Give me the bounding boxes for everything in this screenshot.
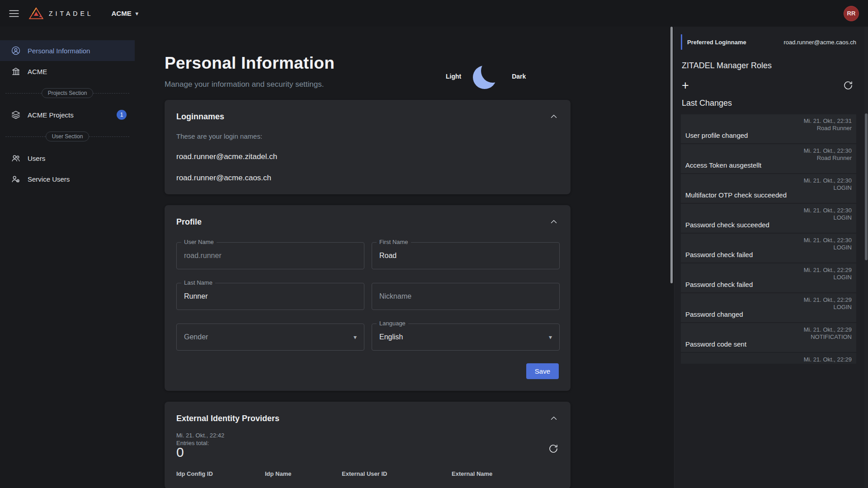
user-section-pill: User Section	[46, 131, 90, 141]
change-title: Password check succeeded	[685, 221, 769, 229]
user-avatar[interactable]: RR	[844, 6, 859, 21]
gender-select[interactable]: Gender ▾	[176, 324, 364, 351]
external-idps-title: External Identity Providers	[176, 414, 279, 423]
username-field-wrapper: User Name	[176, 242, 364, 269]
change-date: Mi. 21. Okt., 22:31	[804, 117, 852, 125]
sidebar-item-service-users[interactable]: Service Users	[0, 169, 135, 189]
top-bar: ZITADEL ACME ▾ RR	[0, 0, 868, 27]
change-actor: NOTIFICATION	[804, 333, 852, 341]
sidebar-item-label: ACME Projects	[28, 111, 74, 119]
change-date: Mi. 21. Okt., 22:29	[804, 267, 852, 274]
moon-icon[interactable]	[472, 62, 501, 91]
change-list-item[interactable]: Mi. 21. Okt., 22:29	[681, 353, 856, 364]
detail-panel: Preferred Loginname road.runner@acme.cao…	[674, 27, 868, 488]
theme-light-label: Light	[446, 73, 461, 80]
change-list-item[interactable]: Mi. 21. Okt., 22:31Road Runner User prof…	[681, 114, 856, 143]
nickname-input[interactable]	[379, 292, 552, 300]
change-actor: Road Runner	[804, 155, 852, 162]
change-list-item[interactable]: Mi. 21. Okt., 22:29LOGIN Password change…	[681, 293, 856, 322]
sidebar-item-label: Service Users	[28, 175, 70, 183]
brand-text: ZITADEL	[49, 10, 94, 17]
sidebar-item-personal-information[interactable]: Personal Information	[0, 40, 135, 61]
org-switcher[interactable]: ACME ▾	[112, 9, 138, 17]
zitadel-triangle-icon	[28, 6, 44, 21]
org-name: ACME	[112, 9, 132, 17]
idp-timestamp: Mi. 21. Okt., 22:42	[176, 432, 559, 439]
profile-title: Profile	[176, 217, 202, 227]
projects-count-badge: 1	[117, 110, 127, 120]
change-actor: LOGIN	[804, 274, 852, 281]
idp-column-header: External User ID	[342, 470, 452, 477]
language-select[interactable]: Language English ▾	[372, 324, 560, 351]
change-list-item[interactable]: Mi. 21. Okt., 22:30Road Runner Access To…	[681, 144, 856, 173]
change-title: Password check failed	[685, 251, 753, 258]
preferred-loginname-value: road.runner@acme.caos.ch	[783, 39, 856, 46]
manager-roles-title: ZITADEL Manager Roles	[681, 61, 856, 70]
change-actor: LOGIN	[804, 244, 852, 251]
nickname-field-wrapper	[372, 283, 560, 310]
add-role-button[interactable]: +	[682, 80, 689, 91]
collapse-chevron-up-icon[interactable]	[549, 413, 559, 423]
last-changes-title: Last Changes	[681, 99, 856, 108]
change-title: Password code sent	[685, 340, 746, 348]
idp-entries-count: 0	[176, 448, 559, 456]
change-list-item[interactable]: Mi. 21. Okt., 22:30LOGIN Password check …	[681, 204, 856, 233]
firstname-input[interactable]	[379, 252, 552, 260]
change-actor: LOGIN	[804, 214, 852, 221]
hamburger-menu-icon[interactable]	[8, 8, 20, 19]
profile-card: Profile User Name First Name Last Name	[165, 205, 571, 391]
chevron-down-icon: ▾	[136, 10, 138, 17]
username-input[interactable]	[184, 252, 357, 260]
change-list-item[interactable]: Mi. 21. Okt., 22:29NOTIFICATION Password…	[681, 323, 856, 352]
language-label: Language	[377, 320, 408, 327]
change-title: Password changed	[685, 310, 743, 318]
loginnames-title: Loginnames	[176, 112, 224, 122]
layers-icon	[11, 110, 21, 120]
change-list-item[interactable]: Mi. 21. Okt., 22:29LOGIN Password check …	[681, 263, 856, 292]
chevron-down-icon: ▾	[549, 333, 552, 341]
change-title: User profile changed	[685, 131, 748, 139]
main-scrollbar[interactable]	[670, 27, 673, 283]
idp-column-header: Idp Name	[265, 470, 342, 477]
zitadel-logo: ZITADEL	[28, 6, 94, 21]
loginnames-card: Loginnames These are your login names: r…	[165, 100, 571, 194]
idp-column-header: External Name	[452, 470, 559, 477]
lastname-field-wrapper: Last Name	[176, 283, 364, 310]
idp-column-header: Idp Config ID	[176, 470, 265, 477]
firstname-label: First Name	[377, 239, 411, 245]
language-select-value: English	[379, 333, 549, 341]
gender-select-value: Gender	[184, 333, 354, 341]
change-list-item[interactable]: Mi. 21. Okt., 22:30LOGIN Password check …	[681, 234, 856, 263]
page-layout: Personal Information ACME Projects Secti…	[0, 27, 868, 488]
change-date: Mi. 21. Okt., 22:30	[804, 177, 852, 184]
change-date: Mi. 21. Okt., 22:29	[804, 326, 852, 333]
collapse-chevron-up-icon[interactable]	[549, 112, 559, 122]
chevron-down-icon: ▾	[354, 333, 357, 341]
sidebar-item-org[interactable]: ACME	[0, 61, 135, 82]
organization-building-icon	[11, 66, 21, 76]
change-list-item[interactable]: Mi. 21. Okt., 22:30LOGIN Multifactor OTP…	[681, 174, 856, 203]
person-circle-icon	[11, 46, 21, 56]
preferred-loginname-label: Preferred Loginname	[687, 39, 746, 46]
change-title: Password check failed	[685, 281, 753, 288]
main-content: Personal Information Manage your informa…	[135, 27, 674, 488]
refresh-icon[interactable]	[548, 443, 559, 454]
change-date: Mi. 21. Okt., 22:30	[804, 237, 852, 244]
change-date: Mi. 21. Okt., 22:29	[804, 296, 852, 304]
loginnames-description: These are your login names:	[176, 132, 559, 140]
username-label: User Name	[181, 239, 217, 245]
lastname-input[interactable]	[184, 292, 357, 300]
change-actor: LOGIN	[804, 184, 852, 192]
sidebar-item-users[interactable]: Users	[0, 148, 135, 169]
change-date: Mi. 21. Okt., 22:30	[804, 207, 852, 214]
change-title: Multifactor OTP check succeeded	[685, 191, 787, 199]
external-idps-card: External Identity Providers Mi. 21. Okt.…	[165, 402, 571, 488]
lastname-label: Last Name	[181, 279, 215, 286]
sidebar-item-label: Personal Information	[28, 47, 90, 55]
panel-scrollbar[interactable]	[865, 113, 868, 260]
sidebar-item-acme-projects[interactable]: ACME Projects 1	[0, 104, 135, 125]
theme-dark-label: Dark	[512, 73, 526, 80]
save-button[interactable]: Save	[526, 363, 559, 379]
collapse-chevron-up-icon[interactable]	[549, 217, 559, 227]
refresh-icon[interactable]	[843, 80, 854, 91]
